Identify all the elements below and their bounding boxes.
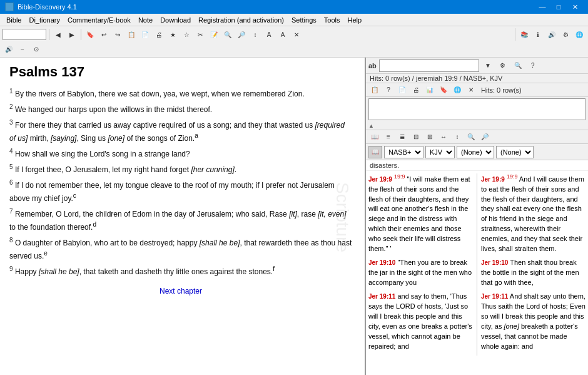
tb-btn-6[interactable]: 🖨 (153, 28, 165, 41)
minimize-button[interactable]: — (534, 0, 550, 14)
toolbar-row-2: 🔊 − ⊙ (3, 42, 585, 56)
verse-num-2: 2 (9, 103, 13, 110)
nasb-ref-1: Jer 19:9 (368, 176, 392, 183)
right-toolbar-2: 📋 ? 📄 🖨 📊 🔖 🌐 ✕ Hits: 0 row(s) (366, 83, 588, 97)
menu-bible[interactable]: Bible (3, 14, 25, 26)
tb-btn-2[interactable]: ↩ (98, 28, 110, 41)
search-status: Hits: 0 row(s) / jeremiah 19:9 / NASB+, … (366, 74, 588, 83)
search-input[interactable] (379, 59, 479, 72)
menu-tools[interactable]: Tools (320, 14, 344, 26)
reference-input[interactable]: Pss 137:9 (3, 29, 46, 40)
tb-btn-10[interactable]: 📝 (208, 28, 220, 41)
tb-btn-12[interactable]: 🔎 (235, 28, 248, 41)
tb-btn-7[interactable]: ★ (166, 28, 179, 41)
close-button[interactable]: ✕ (567, 0, 583, 14)
right-tb-5[interactable]: 🌐 (573, 28, 585, 41)
next-chapter-link[interactable]: Next chapter (9, 287, 352, 295)
tb-btn-9[interactable]: ✂ (194, 28, 206, 41)
r-tb2-2[interactable]: ? (382, 84, 395, 96)
tb-btn-15[interactable]: A (276, 28, 289, 41)
version-select-1[interactable]: NASB+ (384, 146, 423, 158)
kjv-jer-19-11: Jer 19:11 And shalt say unto them, Thus … (481, 292, 585, 352)
verse-8: 8 O daughter of Babylon, who art to be d… (9, 235, 352, 262)
verse-text-8: O daughter of Babylon, who art to be des… (9, 239, 352, 260)
tb-btn-14[interactable]: A (263, 28, 275, 41)
r-tb2-8[interactable]: ✕ (465, 84, 477, 96)
r-tb4-6[interactable]: ↔ (437, 131, 450, 143)
menu-download[interactable]: Download (156, 14, 195, 26)
verse-num-1: 1 (9, 88, 13, 95)
search-go-button[interactable]: ▼ (482, 59, 494, 72)
search-results-area (368, 98, 585, 120)
tb-btn-1[interactable]: 🔖 (84, 28, 96, 41)
menu-commentary[interactable]: Commentary/E-book (64, 14, 134, 26)
verse-num-6: 6 (9, 179, 13, 186)
maximize-button[interactable]: □ (550, 0, 567, 14)
version-header-row: 📖 NASB+ KJV (None) (None) (366, 144, 588, 160)
separator-2 (81, 29, 81, 40)
r-tb2-7[interactable]: 🌐 (451, 84, 464, 96)
collapse-button[interactable]: ▲ (366, 121, 588, 130)
r-tb4-9[interactable]: 🔎 (479, 131, 491, 143)
search-opt-1[interactable]: ⚙ (497, 59, 509, 72)
search-label: ab (368, 62, 377, 69)
separator-1 (49, 29, 49, 40)
menu-note[interactable]: Note (134, 14, 156, 26)
kjv-ref-3: Jer 19:11 (481, 293, 508, 300)
audio-btn[interactable]: 🔊 (3, 43, 15, 55)
right-tb-4[interactable]: ⚙ (559, 28, 572, 41)
window-controls[interactable]: — □ ✕ (534, 0, 583, 14)
nasb-ref-2: Jer 19:10 (368, 259, 395, 266)
version-select-2[interactable]: KJV (425, 146, 455, 158)
r-tb4-8[interactable]: 🔍 (465, 131, 477, 143)
r-tb2-1[interactable]: 📋 (368, 84, 381, 96)
right-panel: ab ▼ ⚙ 🔍 ? Hits: 0 row(s) / jeremiah 19:… (366, 58, 588, 375)
next-chapter-anchor[interactable]: Next chapter (160, 287, 202, 295)
search-opt-3[interactable]: ? (527, 59, 539, 72)
r-tb4-1[interactable]: 📖 (368, 131, 381, 143)
r-tb2-3[interactable]: 📄 (396, 84, 408, 96)
r-tb4-2[interactable]: ≡ (382, 131, 395, 143)
menu-dictionary[interactable]: Di_tionary (25, 14, 64, 26)
r-tb4-7[interactable]: ↕ (451, 131, 464, 143)
minus-btn[interactable]: − (16, 43, 29, 55)
circle-btn[interactable]: ⊙ (30, 43, 43, 55)
kjv-jer-19-9: Jer 19:9 19:9 And I will cause them to e… (481, 173, 585, 254)
version-select-4[interactable]: (None) (496, 146, 534, 158)
menu-registration[interactable]: Registration (and activation) (195, 14, 288, 26)
kjv-jer-19-10: Jer 19:10 Then shalt thou break the bott… (481, 258, 585, 288)
tb-btn-13[interactable]: ↕ (249, 28, 261, 41)
right-tb-2[interactable]: ℹ (532, 28, 544, 41)
right-tb-3[interactable]: 🔊 (545, 28, 558, 41)
tb-btn-8[interactable]: ☆ (180, 28, 193, 41)
r-tb4-4[interactable]: ⊟ (410, 131, 422, 143)
version-select-3[interactable]: (None) (457, 146, 494, 158)
kjv-ref-1: Jer 19:9 (481, 176, 505, 183)
tb-btn-5[interactable]: 📄 (139, 28, 151, 41)
tb-btn-3[interactable]: ↪ (111, 28, 124, 41)
verse-text-3: For there they that carried us away capt… (9, 121, 345, 143)
nav-fwd-button[interactable]: ▶ (66, 28, 78, 41)
verse-1: 1 By the rivers of Babylon, there we sat… (9, 86, 352, 100)
search-opt-2[interactable]: 🔍 (512, 59, 524, 72)
verse-text-4: How shall we sing the Lord's song in a s… (15, 150, 190, 158)
menu-settings[interactable]: Settings (288, 14, 320, 26)
verse-6: 6 If I do not remember thee, let my tong… (9, 178, 352, 204)
nav-back-button[interactable]: ◀ (52, 28, 64, 41)
right-tb-1[interactable]: 📚 (518, 28, 530, 41)
app-icon (5, 3, 14, 11)
scrollable-bible: disasters. Jer 19:9 19:9 "I will make th… (366, 160, 588, 375)
menu-help[interactable]: Help (343, 14, 365, 26)
nasb-column: Jer 19:9 19:9 "I will make them eat the … (368, 173, 473, 356)
r-tb2-6[interactable]: 🔖 (437, 84, 450, 96)
toolbar-row-1: Pss 137:9 ◀ ▶ 🔖 ↩ ↪ 📋 📄 🖨 ★ ☆ ✂ 📝 🔍 🔎 ↕ … (3, 28, 585, 41)
r-tb4-5[interactable]: ⊞ (423, 131, 436, 143)
verse-4: 4 How shall we sing the Lord's song in a… (9, 146, 352, 160)
tb-btn-4[interactable]: 📋 (125, 28, 138, 41)
tb-btn-11[interactable]: 🔍 (221, 28, 234, 41)
verse-9: 9 Happy [shall he be], that taketh and d… (9, 264, 352, 277)
r-tb2-5[interactable]: 📊 (423, 84, 436, 96)
r-tb2-4[interactable]: 🖨 (410, 84, 422, 96)
tb-btn-16[interactable]: ✕ (290, 28, 303, 41)
r-tb4-3[interactable]: ≣ (396, 131, 408, 143)
